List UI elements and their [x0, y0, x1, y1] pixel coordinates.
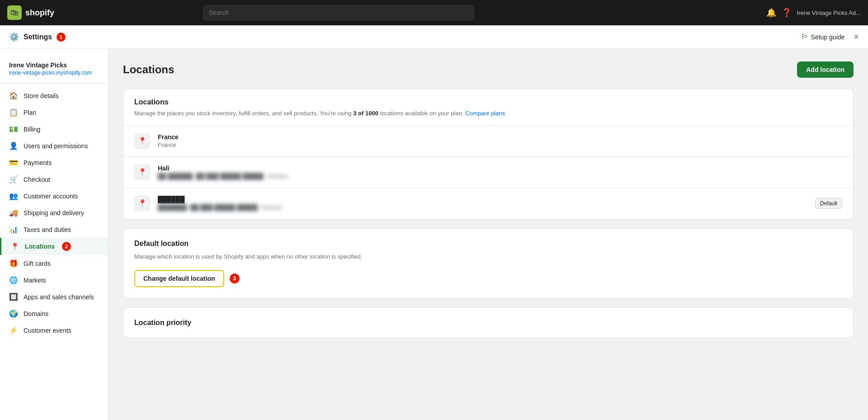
nav-label-checkout: Checkout [24, 176, 50, 183]
setup-guide-button[interactable]: 🏳 Setup guide [801, 33, 845, 41]
change-default-button[interactable]: Change default location [134, 270, 224, 287]
user-menu[interactable]: Irene Vintage Picks Ad... [797, 9, 861, 16]
search-input[interactable] [203, 5, 474, 20]
location-name-0: France [158, 133, 842, 141]
nav-label-payments: Payments [24, 159, 52, 166]
location-priority-content: Location priority [123, 308, 853, 338]
location-address-0: France [158, 142, 842, 148]
sidebar-item-plan[interactable]: 📋 Plan [0, 104, 108, 121]
nav-label-gift-cards: Gift cards [24, 260, 51, 267]
sidebar-item-locations[interactable]: 📍 Locations 2 [0, 238, 108, 255]
nav-icon-plan: 📋 [9, 108, 18, 117]
help-icon[interactable]: ❓ [782, 8, 792, 18]
sidebar-item-apps-sales-channels[interactable]: 🔲 Apps and sales channels [0, 288, 108, 305]
location-address-2: ███████, ██ ███ █████ █████, Vietnam [158, 204, 815, 211]
subtitle-after: locations available on your plan. [378, 110, 464, 117]
settings-bar-left: ⚙️ Settings 1 [9, 32, 66, 42]
store-name: Irene Vintage Picks [9, 61, 99, 69]
nav-label-customer-accounts: Customer accounts [24, 193, 78, 200]
sidebar-item-users-permissions[interactable]: 👤 Users and permissions [0, 137, 108, 154]
locations-card-header: Locations Manage the places you stock in… [123, 89, 853, 126]
settings-title: Settings [24, 33, 52, 41]
nav-icon-users-permissions: 👤 [9, 142, 18, 150]
location-item-1[interactable]: 📍 Hali ██ ██████, ██ ███ █████ █████, Vi… [123, 157, 853, 188]
location-details-1: Hali ██ ██████, ██ ███ █████ █████, Viet… [158, 165, 842, 179]
change-default-row: Change default location 3 [134, 270, 842, 287]
main-content: Locations Add location Locations Manage … [108, 49, 868, 420]
page-title: Locations [123, 63, 174, 76]
nav-icon-checkout: 🛒 [9, 175, 18, 184]
sidebar: Irene Vintage Picks irene-vintage-picks.… [0, 49, 108, 420]
location-address-1: ██ ██████, ██ ███ █████ █████, Vietnam [158, 173, 842, 179]
page-header: Locations Add location [123, 61, 854, 78]
nav-label-taxes-duties: Taxes and duties [24, 226, 71, 233]
location-item-0[interactable]: 📍 France France [123, 126, 853, 157]
close-button[interactable]: × [854, 32, 859, 42]
nav-list: 🏠 Store details 📋 Plan 💵 Billing 👤 Users… [0, 87, 108, 339]
location-priority-card: Location priority [123, 307, 854, 338]
logo-text: shopify [25, 8, 54, 18]
sidebar-item-taxes-duties[interactable]: 📊 Taxes and duties [0, 221, 108, 238]
sidebar-item-domains[interactable]: 🌍 Domains [0, 305, 108, 322]
nav-label-billing: Billing [24, 126, 40, 133]
nav-icon-markets: 🌐 [9, 276, 18, 284]
nav-badge-locations: 2 [62, 242, 71, 251]
nav-label-locations: Locations [25, 243, 55, 250]
step-3-badge: 3 [230, 274, 240, 283]
locations-card-subtitle: Manage the places you stock inventory, f… [134, 109, 842, 118]
sidebar-item-store-details[interactable]: 🏠 Store details [0, 87, 108, 104]
default-location-content: Default location Manage which location i… [123, 229, 853, 298]
default-badge-2: Default [815, 198, 842, 209]
location-pin-icon-2: 📍 [134, 195, 151, 212]
nav-icon-taxes-duties: 📊 [9, 225, 18, 234]
shopify-logo-icon: 🛍 [7, 5, 22, 20]
nav-label-markets: Markets [24, 277, 46, 284]
sidebar-item-billing[interactable]: 💵 Billing [0, 121, 108, 137]
gear-icon: ⚙️ [9, 32, 19, 42]
location-priority-title: Location priority [134, 319, 842, 327]
sidebar-item-payments[interactable]: 💳 Payments [0, 154, 108, 171]
nav-icon-customer-accounts: 👥 [9, 192, 18, 200]
sidebar-item-gift-cards[interactable]: 🎁 Gift cards [0, 255, 108, 272]
location-pin-icon-1: 📍 [134, 164, 151, 180]
location-details-2: ██████ ███████, ██ ███ █████ █████, Viet… [158, 196, 815, 211]
notifications-icon[interactable]: 🔔 [766, 8, 776, 18]
location-name-1: Hali [158, 165, 842, 172]
sidebar-item-markets[interactable]: 🌐 Markets [0, 272, 108, 288]
flag-icon: 🏳 [801, 33, 808, 41]
locations-list: 📍 France France 📍 Hali ██ ██████, ██ ███… [123, 126, 853, 219]
nav-icon-gift-cards: 🎁 [9, 259, 18, 268]
settings-bar: ⚙️ Settings 1 🏳 Setup guide × [0, 25, 868, 49]
store-url[interactable]: irene-vintage-picks.myshopify.com [9, 70, 99, 76]
default-location-card: Default location Manage which location i… [123, 228, 854, 299]
nav-label-plan: Plan [24, 109, 36, 116]
nav-label-users-permissions: Users and permissions [24, 142, 88, 150]
compare-plans-link[interactable]: Compare plans [465, 110, 505, 117]
nav-label-domains: Domains [24, 310, 48, 317]
locations-card: Locations Manage the places you stock in… [123, 89, 854, 219]
logo: 🛍 shopify [7, 5, 54, 20]
setup-guide-label: Setup guide [811, 33, 845, 41]
sidebar-item-shipping-delivery[interactable]: 🚚 Shipping and delivery [0, 204, 108, 221]
sidebar-item-customer-events[interactable]: ⚡ Customer events [0, 322, 108, 339]
locations-card-title: Locations [134, 98, 842, 106]
usage-count: 3 of 1000 [353, 110, 378, 117]
nav-icon-billing: 💵 [9, 125, 18, 133]
store-info: Irene Vintage Picks irene-vintage-picks.… [0, 56, 108, 84]
settings-bar-right: 🏳 Setup guide × [801, 32, 859, 42]
main-layout: Irene Vintage Picks irene-vintage-picks.… [0, 49, 868, 420]
nav-icon-locations: 📍 [10, 242, 19, 251]
add-location-button[interactable]: Add location [797, 61, 854, 78]
change-default-label: Change default location [143, 275, 215, 282]
nav-icon-apps-sales-channels: 🔲 [9, 293, 18, 301]
nav-icon-shipping-delivery: 🚚 [9, 208, 18, 217]
nav-label-apps-sales-channels: Apps and sales channels [24, 293, 94, 301]
location-item-2[interactable]: 📍 ██████ ███████, ██ ███ █████ █████, Vi… [123, 188, 853, 219]
topbar-right: 🔔 ❓ Irene Vintage Picks Ad... [766, 8, 861, 18]
search-container [203, 5, 474, 20]
sidebar-item-customer-accounts[interactable]: 👥 Customer accounts [0, 188, 108, 204]
location-details-0: France France [158, 133, 842, 148]
sidebar-item-checkout[interactable]: 🛒 Checkout [0, 171, 108, 188]
nav-label-customer-events: Customer events [24, 327, 71, 334]
default-location-description: Manage which location is used by Shopify… [134, 252, 842, 261]
